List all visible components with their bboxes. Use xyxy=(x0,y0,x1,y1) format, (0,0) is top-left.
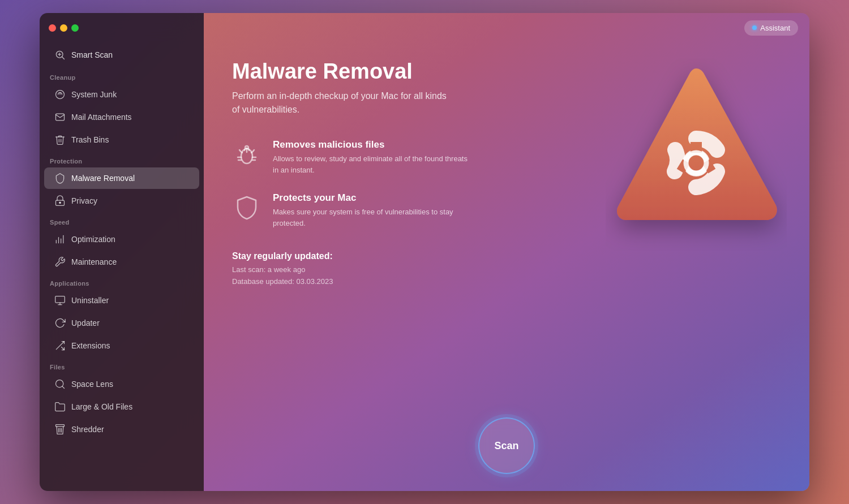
sidebar-item-updater[interactable]: Updater xyxy=(44,312,199,334)
privacy-label: Privacy xyxy=(71,196,97,205)
sidebar-item-extensions[interactable]: Extensions xyxy=(44,335,199,356)
feature-protects-mac: Protects your Mac Makes sure your system… xyxy=(232,192,515,229)
sidebar-item-optimization[interactable]: Optimization xyxy=(44,229,199,250)
maintenance-label: Maintenance xyxy=(71,257,117,266)
sidebar-item-uninstaller[interactable]: Uninstaller xyxy=(44,290,199,311)
space-lens-icon xyxy=(54,378,66,390)
assistant-button[interactable]: Assistant xyxy=(744,20,798,36)
malware-removal-label: Malware Removal xyxy=(71,174,135,183)
sidebar-item-space-lens[interactable]: Space Lens xyxy=(44,373,199,395)
smart-scan-label: Smart Scan xyxy=(71,50,113,59)
sidebar-item-privacy[interactable]: Privacy xyxy=(44,190,199,212)
shield-icon-wrap xyxy=(232,192,261,222)
sidebar-item-malware-removal[interactable]: Malware Removal xyxy=(44,167,199,189)
shield-icon xyxy=(233,193,260,221)
feature-removes-malicious: Removes malicious files Allows to review… xyxy=(232,139,515,175)
section-label-speed: Speed xyxy=(40,212,204,228)
svg-line-14 xyxy=(62,347,65,350)
last-scan-text: Last scan: a week ago xyxy=(232,264,781,276)
sidebar-item-system-junk[interactable]: System Junk xyxy=(44,84,199,105)
extensions-icon xyxy=(54,340,66,351)
privacy-icon xyxy=(54,195,66,206)
update-section: Stay regularly updated: Last scan: a wee… xyxy=(232,251,781,288)
features-list: Removes malicious files Allows to review… xyxy=(232,139,515,229)
section-label-applications: Applications xyxy=(40,273,204,289)
trash-icon xyxy=(54,134,66,145)
sidebar: Smart Scan Cleanup System Junk Mail Atta… xyxy=(40,13,204,491)
assistant-label: Assistant xyxy=(760,24,790,32)
shredder-label: Shredder xyxy=(71,425,104,434)
svg-rect-10 xyxy=(55,296,65,303)
sidebar-header xyxy=(40,13,204,42)
malware-icon xyxy=(54,173,66,184)
mail-icon xyxy=(54,111,66,123)
app-window: Smart Scan Cleanup System Junk Mail Atta… xyxy=(40,13,809,491)
optimization-label: Optimization xyxy=(71,235,115,244)
updater-icon xyxy=(54,317,66,329)
section-label-files: Files xyxy=(40,357,204,373)
traffic-lights xyxy=(49,24,79,32)
page-subtitle: Perform an in-depth checkup of your Mac … xyxy=(232,89,447,117)
uninstaller-icon xyxy=(54,295,66,306)
scan-button-wrap: Scan xyxy=(478,417,535,474)
space-lens-label: Space Lens xyxy=(71,380,113,389)
main-panel: Assistant Malware Removal Perform an in-… xyxy=(204,13,809,491)
large-old-files-label: Large & Old Files xyxy=(71,402,132,411)
smart-scan-icon xyxy=(54,49,66,61)
feature-removes-text: Removes malicious files Allows to review… xyxy=(273,139,471,175)
updater-label: Updater xyxy=(71,318,100,328)
update-title: Stay regularly updated: xyxy=(232,251,781,261)
shredder-icon xyxy=(54,424,66,435)
system-junk-label: System Junk xyxy=(71,90,117,99)
feature-protects-text: Protects your Mac Makes sure your system… xyxy=(273,192,471,229)
biohazard-illustration xyxy=(606,58,787,251)
sidebar-item-mail-attachments[interactable]: Mail Attachments xyxy=(44,106,199,128)
optimization-icon xyxy=(54,234,66,245)
sidebar-item-smart-scan[interactable]: Smart Scan xyxy=(44,44,199,66)
sidebar-item-trash-bins[interactable]: Trash Bins xyxy=(44,129,199,150)
sidebar-item-shredder[interactable]: Shredder xyxy=(44,419,199,440)
section-label-cleanup: Cleanup xyxy=(40,67,204,83)
main-header: Assistant xyxy=(204,13,809,42)
feature-removes-desc: Allows to review, study and eliminate al… xyxy=(273,153,471,175)
large-files-icon xyxy=(54,401,66,412)
mail-attachments-label: Mail Attachments xyxy=(71,113,132,122)
scan-button[interactable]: Scan xyxy=(478,417,535,474)
bug-icon xyxy=(233,140,260,167)
maintenance-icon xyxy=(54,256,66,268)
system-junk-icon xyxy=(54,89,66,100)
close-button[interactable] xyxy=(49,24,56,32)
bug-icon-wrap xyxy=(232,139,261,169)
sidebar-item-maintenance[interactable]: Maintenance xyxy=(44,251,199,273)
section-label-protection: Protection xyxy=(40,151,204,167)
database-updated-text: Database updated: 03.03.2023 xyxy=(232,276,781,288)
uninstaller-label: Uninstaller xyxy=(71,296,109,305)
extensions-label: Extensions xyxy=(71,341,110,350)
feature-removes-heading: Removes malicious files xyxy=(273,139,471,150)
svg-line-16 xyxy=(62,386,65,389)
scan-button-label: Scan xyxy=(494,440,518,452)
assistant-dot xyxy=(752,25,757,30)
feature-protects-desc: Makes sure your system is free of vulner… xyxy=(273,206,471,229)
maximize-button[interactable] xyxy=(71,24,79,32)
svg-rect-17 xyxy=(56,425,65,427)
svg-rect-3 xyxy=(56,114,65,120)
svg-point-5 xyxy=(59,202,61,204)
feature-protects-heading: Protects your Mac xyxy=(273,192,471,204)
sidebar-item-large-old-files[interactable]: Large & Old Files xyxy=(44,396,199,417)
trash-bins-label: Trash Bins xyxy=(71,135,109,144)
minimize-button[interactable] xyxy=(60,24,67,32)
